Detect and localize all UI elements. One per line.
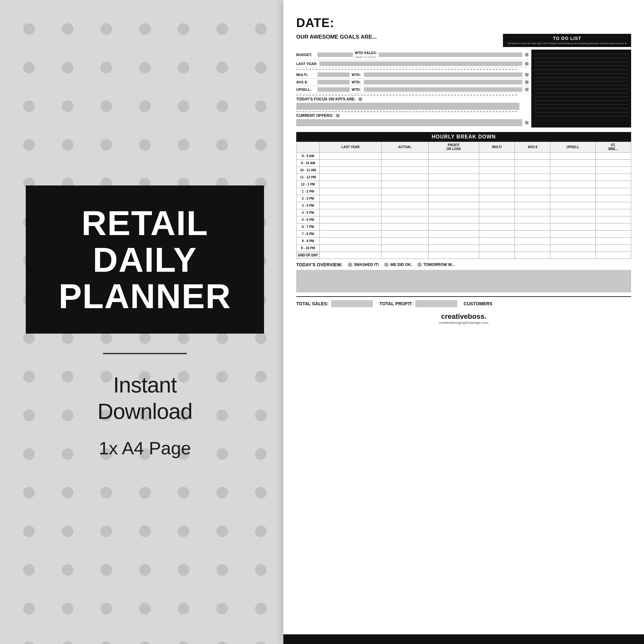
last-year-cell-0: [320, 153, 382, 160]
upsell-cell-9: [550, 216, 596, 223]
upsell-circle: [525, 88, 529, 91]
profit-cell-7: [428, 202, 479, 209]
table-row: 8 - 9 PM: [297, 238, 631, 245]
stbre-cell-10: [595, 223, 631, 231]
divider: [103, 353, 187, 354]
avg-cell-13: [515, 245, 550, 252]
last-year-cell-9: [320, 216, 382, 223]
wtd-sales-circle: [525, 53, 529, 57]
actual-cell-14: [382, 252, 429, 259]
time-cell-0: 8 - 9 AM: [297, 153, 320, 160]
todo-title: TO DO LIST: [507, 36, 627, 41]
hourly-table: LAST YEAR ACTUAL PROFITOR LOSS MULTI AVG…: [296, 142, 631, 259]
multi-cell-14: [479, 252, 515, 259]
avg-cell-0: [515, 153, 550, 160]
overview-label: TODAY'S OVERVIEW:: [296, 262, 343, 267]
actual-cell-13: [382, 245, 429, 252]
upsell-cell-3: [550, 174, 596, 181]
table-row: 9 - 10 AM: [297, 160, 631, 167]
table-row: 12 - 1 PM: [297, 181, 631, 188]
offers-circle2: [525, 121, 529, 125]
avg-label: AVG $:: [296, 80, 316, 84]
last-year-cell-6: [320, 195, 382, 202]
wtd-avg-label: WTD:: [352, 80, 362, 84]
todo-line-12: [535, 97, 628, 97]
profit-cell-11: [428, 231, 479, 238]
todo-line-9: [535, 85, 628, 85]
profit-cell-2: [428, 167, 479, 174]
stbre-cell-1: [595, 160, 631, 167]
profit-cell-12: [428, 238, 479, 245]
th-last-year: LAST YEAR: [320, 142, 382, 153]
wavy-2: [296, 95, 517, 96]
multi-cell-13: [479, 245, 515, 252]
multi-label: MULTI:: [296, 73, 316, 77]
upsell-cell-7: [550, 202, 596, 209]
todo-line-2: [535, 58, 628, 58]
title-line3: PLANNER: [42, 278, 248, 314]
multi-cell-9: [479, 216, 515, 223]
time-cell-3: 11 - 12 PM: [297, 174, 320, 181]
upsell-cell-5: [550, 188, 596, 195]
actual-cell-4: [382, 181, 429, 188]
avg-cell-10: [515, 223, 550, 231]
todo-line-6: [535, 73, 628, 74]
actual-cell-1: [382, 160, 429, 167]
avg-cell-3: [515, 174, 550, 181]
th-upsell: UPSELL: [550, 142, 596, 153]
avg-cell-5: [515, 188, 550, 195]
table-row: 10 - 11 AM: [297, 167, 631, 174]
stbre-cell-13: [595, 245, 631, 252]
actual-cell-10: [382, 223, 429, 231]
subtitle-line2: Download: [98, 398, 192, 425]
todo-line-10: [535, 89, 628, 89]
stbre-cell-12: [595, 238, 631, 245]
avg-cell-9: [515, 216, 550, 223]
profit-cell-4: [428, 181, 479, 188]
wtd-upsell-value: [364, 87, 522, 92]
multi-cell-11: [479, 231, 515, 238]
total-sales-item: TOTAL SALES:: [296, 300, 373, 307]
multi-cell-10: [479, 223, 515, 231]
hourly-header: HOURLY BREAK DOWN: [296, 132, 631, 142]
profit-cell-5: [428, 188, 479, 195]
table-row: END OF DAY: [297, 252, 631, 259]
time-cell-13: 9 - 10 PM: [297, 245, 320, 252]
profit-cell-9: [428, 216, 479, 223]
stbre-cell-4: [595, 181, 631, 188]
table-row: 9 - 10 PM: [297, 245, 631, 252]
todo-line-15: [535, 108, 628, 109]
time-cell-6: 2 - 3 PM: [297, 195, 320, 202]
actual-cell-7: [382, 202, 429, 209]
wtd-avg-value: [364, 80, 522, 84]
actual-cell-12: [382, 238, 429, 245]
avg-cell-4: [515, 181, 550, 188]
smashed-dot: [348, 262, 352, 267]
avg-cell-12: [515, 238, 550, 245]
goals-title: OUR AWESOME GOALS ARE...: [296, 34, 377, 40]
upsell-cell-10: [550, 223, 596, 231]
th-time: [297, 142, 320, 153]
th-multi: MULTI: [479, 142, 515, 153]
last-year-cell-11: [320, 231, 382, 238]
todo-description: Set tasks to start the day right. Don't …: [507, 42, 627, 45]
avg-cell-8: [515, 209, 550, 216]
overview-ok: WE DID OK.: [384, 262, 412, 267]
last-year-cell-3: [320, 174, 382, 181]
upsell-cell-14: [550, 252, 596, 259]
profit-cell-1: [428, 160, 479, 167]
avg-cell-2: [515, 167, 550, 174]
upsell-cell-4: [550, 181, 596, 188]
time-cell-11: 7 - 8 PM: [297, 231, 320, 238]
table-row: 7 - 8 PM: [297, 231, 631, 238]
actual-cell-9: [382, 216, 429, 223]
stbre-cell-6: [595, 195, 631, 202]
actual-cell-0: [382, 153, 429, 160]
budget-label: BUDGET:: [296, 53, 316, 57]
actual-cell-6: [382, 195, 429, 202]
multi-cell-12: [479, 238, 515, 245]
overview-row: TODAY'S OVERVIEW: SMASHED IT! WE DID OK.…: [296, 262, 631, 267]
table-row: 3 - 4 PM: [297, 202, 631, 209]
profit-cell-6: [428, 195, 479, 202]
date-label: DATE:: [296, 16, 631, 30]
